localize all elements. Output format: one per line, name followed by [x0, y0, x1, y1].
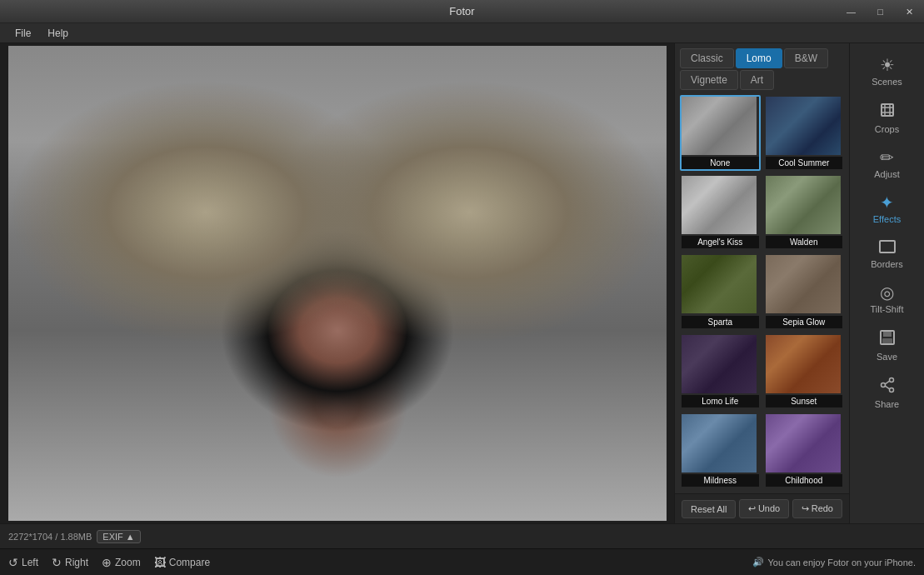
svg-point-10 [881, 383, 885, 388]
tool-borders[interactable]: Borders [854, 232, 921, 276]
filter-childhood[interactable]: Childhood [764, 412, 845, 488]
filter-walden[interactable]: Walden [764, 174, 845, 250]
svg-rect-0 [882, 104, 893, 116]
filter-sepia-glow-label: Sepia Glow [766, 316, 843, 328]
tool-adjust[interactable]: ✏ Adjust [854, 142, 921, 186]
borders-label: Borders [871, 259, 903, 269]
zoom-icon: ⊕ [102, 556, 112, 569]
tool-scenes[interactable]: ☀ Scenes [854, 50, 921, 93]
bottom-left-tools: ↺ Left ↻ Right ⊕ Zoom 🖼 Compare [8, 556, 210, 569]
filter-lomo-life-thumb [682, 335, 757, 393]
undo-button[interactable]: ↩ Undo [739, 499, 789, 518]
filter-walden-label: Walden [766, 236, 843, 248]
filter-lomo-life-label: Lomo Life [682, 395, 759, 408]
svg-line-12 [885, 381, 889, 384]
filter-panel: Classic Lomo B&W Vignette Art None Cool … [674, 43, 849, 523]
canvas-area[interactable] [0, 43, 674, 523]
filter-angels-kiss-thumb [682, 176, 757, 234]
filter-sparta-thumb [682, 255, 757, 313]
tool-effects[interactable]: ✦ Effects [854, 188, 921, 231]
title-bar: Fotor — □ ✕ [0, 0, 924, 23]
reset-all-button[interactable]: Reset All [682, 500, 736, 518]
filter-sunset[interactable]: Sunset [764, 333, 845, 409]
filter-childhood-thumb [766, 414, 841, 472]
filter-childhood-label: Childhood [766, 474, 843, 487]
filter-mildness[interactable]: Mildness [680, 412, 761, 488]
app-title: Fotor [449, 5, 474, 18]
filter-walden-thumb [766, 176, 841, 234]
compare-button[interactable]: 🖼 Compare [154, 556, 210, 569]
compare-icon: 🖼 [154, 556, 166, 569]
tab-art[interactable]: Art [740, 70, 774, 90]
rotate-right-button[interactable]: ↻ Right [52, 556, 88, 569]
rotate-left-icon: ↺ [8, 556, 18, 569]
save-label: Save [877, 352, 897, 362]
filter-grid: None Cool Summer Angel's Kiss Walden [675, 90, 849, 493]
filter-mildness-thumb [682, 414, 757, 472]
adjust-icon: ✏ [880, 149, 894, 166]
bottom-notice: 🔊 You can enjoy Fotor on your iPhone. [752, 557, 916, 568]
rotate-left-button[interactable]: ↺ Left [8, 556, 38, 569]
redo-button[interactable]: ↪ Redo [792, 499, 842, 518]
scenes-label: Scenes [872, 77, 902, 87]
tool-tilt-shift[interactable]: ◎ Tilt-Shift [854, 278, 921, 321]
maximize-button[interactable]: □ [866, 0, 895, 23]
filter-cool-summer[interactable]: Cool Summer [764, 95, 845, 171]
panels: Classic Lomo B&W Vignette Art None Cool … [674, 43, 924, 523]
menu-help[interactable]: Help [39, 26, 77, 41]
svg-rect-7 [883, 331, 892, 337]
zoom-button[interactable]: ⊕ Zoom [102, 556, 141, 569]
tilt-shift-label: Tilt-Shift [871, 304, 904, 314]
status-bar: 2272*1704 / 1.88MB EXIF ▲ [0, 523, 924, 548]
tool-share[interactable]: Share [854, 370, 921, 416]
filter-cool-summer-thumb [766, 97, 841, 155]
right-toolbar: ☀ Scenes Crops ✏ Adjust [849, 43, 924, 523]
filter-sepia-glow[interactable]: Sepia Glow [764, 253, 845, 329]
filter-sunset-label: Sunset [766, 395, 843, 408]
filter-none[interactable]: None [680, 95, 761, 171]
tab-bw[interactable]: B&W [784, 48, 828, 68]
scenes-icon: ☀ [880, 57, 895, 73]
image-dimensions: 2272*1704 / 1.88MB [8, 532, 92, 542]
window-controls: — □ ✕ [837, 0, 924, 23]
filter-sparta-label: Sparta [682, 316, 759, 328]
rotate-right-icon: ↻ [52, 556, 62, 569]
filter-mildness-label: Mildness [682, 474, 759, 487]
tab-lomo[interactable]: Lomo [736, 48, 782, 68]
zoom-label: Zoom [115, 557, 141, 568]
tool-crops[interactable]: Crops [854, 95, 921, 141]
cat-image [8, 46, 667, 521]
tool-save[interactable]: Save [854, 322, 921, 368]
minimize-button[interactable]: — [837, 0, 866, 23]
crops-label: Crops [875, 124, 899, 134]
filter-cool-summer-label: Cool Summer [766, 157, 843, 169]
notice-text: You can enjoy Fotor on your iPhone. [767, 558, 916, 568]
filter-angels-kiss[interactable]: Angel's Kiss [680, 174, 761, 250]
crops-icon [879, 102, 896, 121]
filter-sepia-glow-thumb [766, 255, 841, 313]
filter-sparta[interactable]: Sparta [680, 253, 761, 329]
filter-bottom-bar: Reset All ↩ Undo ↪ Redo [675, 493, 849, 523]
left-label: Left [22, 557, 38, 568]
adjust-label: Adjust [874, 169, 900, 179]
bottom-toolbar: ↺ Left ↻ Right ⊕ Zoom 🖼 Compare 🔊 You ca… [0, 548, 924, 575]
svg-rect-8 [882, 338, 892, 344]
tab-classic[interactable]: Classic [680, 48, 734, 68]
effects-label: Effects [873, 214, 901, 224]
tilt-shift-icon: ◎ [880, 284, 894, 301]
filter-sunset-thumb [766, 335, 841, 393]
filter-lomo-life[interactable]: Lomo Life [680, 333, 761, 409]
svg-line-13 [885, 386, 889, 389]
exif-button[interactable]: EXIF ▲ [97, 530, 140, 543]
menu-file[interactable]: File [7, 26, 39, 41]
tab-vignette[interactable]: Vignette [680, 70, 738, 90]
notice-icon: 🔊 [752, 557, 764, 568]
right-label: Right [65, 557, 88, 568]
svg-point-11 [889, 388, 893, 392]
filter-none-label: None [682, 157, 759, 169]
borders-icon [879, 239, 896, 256]
filter-none-thumb [682, 97, 757, 155]
effects-icon: ✦ [880, 194, 894, 211]
close-button[interactable]: ✕ [895, 0, 924, 23]
share-icon [879, 377, 896, 396]
